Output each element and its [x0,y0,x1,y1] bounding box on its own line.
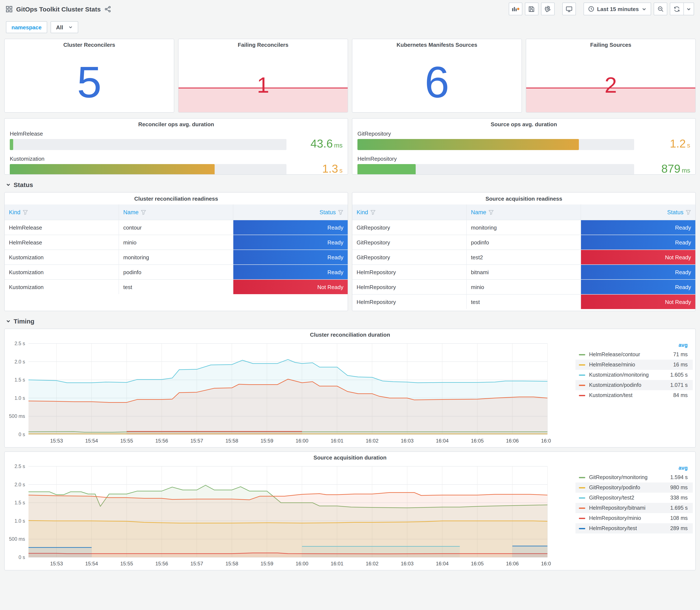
column-header-name[interactable]: Name [467,205,581,220]
gauge-row: Kustomization1.3s [10,156,343,175]
series-avg-value: 338 ms [664,495,688,501]
panel-title[interactable]: Cluster reconciliation readiness [5,193,348,205]
dashboard-grid-icon[interactable] [6,6,12,12]
gauge-label: GitRepository [357,130,690,137]
legend-item[interactable]: Kustomization/monitoring1.605 s [575,370,693,380]
series-avg-value: 1.071 s [664,382,688,388]
cell-name: minio [119,235,233,250]
gauge-bar [10,139,13,150]
column-header-kind[interactable]: Kind [352,205,467,220]
filter-funnel-icon[interactable] [22,209,28,215]
panel-title[interactable]: Reconciler ops avg. duration [5,118,348,130]
panel-title[interactable]: Kubernetes Manifests Sources [352,39,521,50]
tables-row: Cluster reconciliation readiness KindNam… [4,192,696,311]
series-color-dash [579,364,585,365]
section-header-status[interactable]: Status [6,181,694,188]
stat-panel-manifest-sources: Kubernetes Manifests Sources 6 [352,39,522,113]
column-header-status[interactable]: Status [581,205,695,220]
timeseries-plot[interactable]: 15:5315:5415:5515:5615:5715:5815:5916:00… [5,340,551,446]
panel-title[interactable]: Failing Reconcilers [179,39,348,50]
series-avg-value: 1.605 s [664,372,688,378]
svg-text:15:54: 15:54 [85,438,98,444]
svg-text:16:03: 16:03 [401,561,413,566]
legend-avg-column[interactable]: avg [679,465,688,471]
svg-text:500 ms: 500 ms [9,413,25,419]
status-badge: Ready [581,220,695,235]
column-header-status[interactable]: Status [233,205,348,220]
refresh-button[interactable] [670,2,683,15]
refresh-interval-button[interactable] [683,2,694,15]
zoom-out-button[interactable] [654,2,667,15]
panel-title[interactable]: Failing Sources [526,39,695,50]
status-badge: Not Ready [581,250,695,264]
series-name: HelmRepository/test [589,525,664,531]
dashboard-settings-button[interactable] [541,2,554,15]
cell-kind: GitRepository [352,220,467,235]
legend-item[interactable]: HelmRepository/bitnami1.695 s [575,503,693,513]
svg-text:15:57: 15:57 [191,438,203,444]
gauge-panel-source-ops: Source ops avg. duration GitRepository1.… [352,118,696,175]
series-name: Kustomization/test [589,392,664,398]
svg-text:16:03: 16:03 [401,438,413,444]
cell-kind: Kustomization [5,280,119,294]
legend-item[interactable]: GitRepository/test2338 ms [575,493,693,503]
gauge-label: HelmRelease [10,130,343,137]
legend-item[interactable]: HelmRepository/test289 ms [575,523,693,533]
panel-title[interactable]: Source acquisition duration [5,452,695,463]
table-panel-source-readiness: Source acquisition readiness KindNameSta… [352,192,696,311]
status-badge: Not Ready [581,294,695,309]
table: KindNameStatusGitRepositorymonitoringRea… [352,205,695,309]
time-range-picker[interactable]: Last 15 minutes [583,2,651,15]
table-header-row: KindNameStatus [352,205,695,220]
filter-funnel-icon[interactable] [686,209,691,215]
variable-namespace-label[interactable]: namespace [6,21,47,33]
legend-avg-column[interactable]: avg [679,342,688,348]
series-avg-value: 1.695 s [664,505,688,511]
svg-text:16:01: 16:01 [331,561,343,566]
series-name: GitRepository/monitoring [589,475,664,480]
share-icon[interactable] [104,6,111,12]
legend-item[interactable]: GitRepository/podinfo980 ms [575,482,693,493]
chart-panel-cluster-reconciliation-duration: Cluster reconciliation duration 15:5315:… [4,328,696,448]
add-panel-button[interactable] [508,2,522,15]
variable-namespace-value[interactable]: All [51,21,78,33]
legend-item[interactable]: Kustomization/podinfo1.071 s [575,380,693,390]
section-header-timing[interactable]: Timing [6,318,694,325]
series-avg-value: 1.594 s [664,475,688,480]
chart-legend: avgGitRepository/monitoring1.594 sGitRep… [575,463,695,570]
status-badge: Ready [581,265,695,279]
svg-text:1.0 s: 1.0 s [14,518,25,524]
gauge-panel-reconciler-ops: Reconciler ops avg. duration HelmRelease… [4,118,348,175]
table: KindNameStatusHelmReleasecontourReadyHel… [5,205,348,294]
legend-item[interactable]: HelmRelease/contour71 ms [575,349,693,359]
gauge-row: HelmRepository879ms [357,156,690,175]
panel-title[interactable]: Cluster Reconcilers [5,39,174,50]
column-header-name[interactable]: Name [119,205,233,220]
series-avg-value: 84 ms [664,392,688,398]
gauge-body: HelmRelease43.6msKustomization1.3s [5,130,348,175]
panel-title[interactable]: Cluster reconciliation duration [5,329,695,340]
svg-text:16:01: 16:01 [331,438,343,444]
filter-funnel-icon[interactable] [141,209,146,215]
timeseries-plot[interactable]: 15:5315:5415:5515:5615:5715:5815:5916:00… [5,463,551,568]
series-color-dash [579,487,585,488]
svg-text:1.5 s: 1.5 s [14,377,25,383]
tv-mode-button[interactable] [562,2,576,15]
series-name: GitRepository/test2 [589,495,664,501]
gauge-row: GitRepository1.2s [357,130,690,151]
filter-funnel-icon[interactable] [370,209,376,215]
legend-item[interactable]: Kustomization/test84 ms [575,390,693,400]
svg-text:15:55: 15:55 [120,561,133,566]
column-header-kind[interactable]: Kind [5,205,119,220]
legend-item[interactable]: GitRepository/monitoring1.594 s [575,472,693,482]
legend-item[interactable]: HelmRelease/minio16 ms [575,359,693,370]
filter-funnel-icon[interactable] [488,209,494,215]
panel-title[interactable]: Source ops avg. duration [352,118,695,130]
legend-item[interactable]: HelmRepository/minio108 ms [575,513,693,523]
cell-name: test2 [467,250,581,264]
filter-funnel-icon[interactable] [338,209,343,215]
table-row: HelmRepositoryminioReady [352,279,695,294]
gauge-value: 43.6ms [287,138,343,151]
save-dashboard-button[interactable] [525,2,538,15]
panel-title[interactable]: Source acquisition readiness [352,193,695,205]
